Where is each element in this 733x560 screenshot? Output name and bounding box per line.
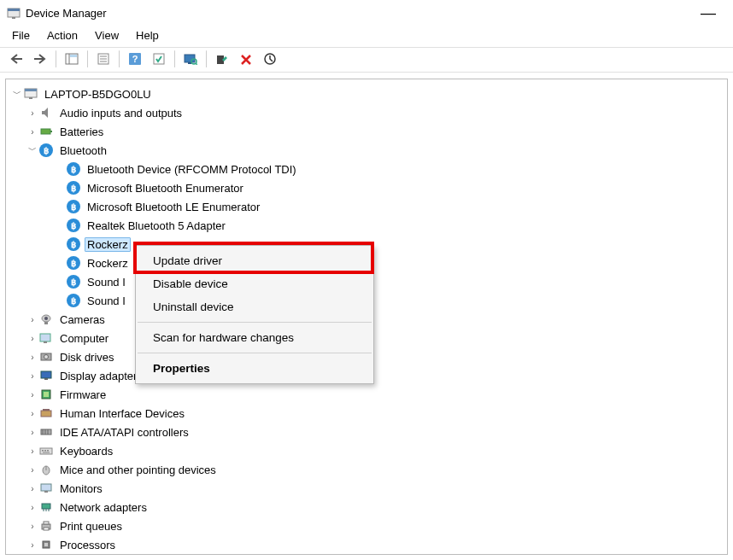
tree-category[interactable]: ›Batteries bbox=[9, 122, 724, 141]
tree-category-label: Computer bbox=[57, 331, 111, 346]
caret-right-icon[interactable]: › bbox=[26, 503, 38, 512]
bluetooth-icon: ฿ bbox=[66, 274, 81, 289]
tree-category[interactable]: ›Audio inputs and outputs bbox=[9, 103, 724, 122]
tree-category[interactable]: ›Network adapters bbox=[9, 498, 724, 516]
disable-button[interactable] bbox=[259, 49, 281, 69]
svg-rect-48 bbox=[41, 484, 51, 491]
caret-right-icon[interactable]: › bbox=[26, 409, 38, 418]
tree-category-label: Bluetooth bbox=[57, 143, 109, 158]
minimize-button[interactable]: — bbox=[694, 3, 723, 22]
svg-rect-44 bbox=[47, 450, 49, 452]
caret-right-icon[interactable]: › bbox=[26, 465, 38, 475]
svg-rect-35 bbox=[41, 411, 51, 417]
context-menu-item[interactable]: Properties bbox=[136, 357, 373, 380]
forward-button[interactable] bbox=[29, 49, 51, 69]
svg-rect-43 bbox=[44, 450, 46, 452]
svg-rect-50 bbox=[42, 504, 50, 509]
tree-device[interactable]: ›฿Bluetooth Device (RFCOMM Protocol TDI) bbox=[9, 160, 724, 178]
context-menu-item[interactable]: Uninstall device bbox=[136, 295, 373, 318]
tree-device-label: Rockerz bbox=[85, 237, 131, 252]
caret-right-icon[interactable]: › bbox=[26, 108, 38, 118]
caret-right-icon[interactable]: › bbox=[26, 446, 38, 456]
context-menu-item[interactable]: Update driver bbox=[136, 249, 373, 272]
tree-category[interactable]: ›Print queues bbox=[9, 516, 724, 535]
caret-right-icon[interactable]: › bbox=[26, 390, 38, 400]
tree-category-label: Audio inputs and outputs bbox=[57, 106, 185, 120]
tree-category[interactable]: ›Firmware bbox=[9, 385, 724, 404]
category-icon bbox=[38, 443, 54, 458]
caret-right-icon[interactable]: › bbox=[26, 371, 38, 381]
bluetooth-icon: ฿ bbox=[66, 180, 81, 195]
tree-category[interactable]: ›IDE ATA/ATAPI controllers bbox=[9, 423, 724, 441]
computer-icon bbox=[23, 86, 38, 102]
svg-rect-1 bbox=[8, 9, 20, 11]
tree-category-label: Processors bbox=[57, 538, 118, 552]
tree-category-label: Batteries bbox=[57, 125, 106, 139]
tree-category[interactable]: ›Monitors bbox=[9, 479, 724, 498]
caret-down-icon[interactable]: ﹀ bbox=[26, 144, 38, 156]
tree-category-label: Monitors bbox=[57, 481, 105, 496]
caret-right-icon[interactable]: › bbox=[26, 522, 38, 531]
category-icon bbox=[38, 405, 54, 421]
svg-rect-34 bbox=[44, 392, 49, 397]
svg-rect-42 bbox=[42, 450, 44, 452]
tree-category-label: Mice and other pointing devices bbox=[57, 463, 219, 477]
tree-category[interactable]: ﹀฿Bluetooth bbox=[9, 141, 724, 160]
tree-category-label: Print queues bbox=[57, 519, 125, 534]
context-menu: Update driverDisable deviceUninstall dev… bbox=[135, 245, 374, 384]
svg-rect-56 bbox=[44, 528, 49, 530]
back-button[interactable] bbox=[5, 49, 27, 69]
category-icon bbox=[38, 349, 54, 365]
uninstall-button[interactable] bbox=[235, 49, 257, 69]
tree-category-label: Network adapters bbox=[57, 500, 150, 515]
tree-device[interactable]: ›฿Realtek Bluetooth 5 Adapter bbox=[9, 216, 724, 235]
caret-right-icon[interactable]: › bbox=[26, 484, 38, 493]
show-hide-console-button[interactable] bbox=[61, 49, 83, 69]
caret-right-icon[interactable]: › bbox=[26, 353, 38, 362]
caret-right-icon[interactable]: › bbox=[26, 428, 38, 437]
svg-rect-23 bbox=[50, 131, 52, 132]
update-driver-button[interactable] bbox=[211, 49, 233, 69]
caret-right-icon[interactable]: › bbox=[26, 540, 38, 550]
tree-category-label: IDE ATA/ATAPI controllers bbox=[57, 425, 191, 440]
svg-rect-21 bbox=[29, 97, 32, 99]
caret-right-icon[interactable]: › bbox=[26, 315, 38, 324]
action-button[interactable] bbox=[148, 49, 170, 69]
toolbar-separator bbox=[174, 50, 175, 67]
tree-device[interactable]: ›฿Microsoft Bluetooth Enumerator bbox=[9, 178, 724, 197]
bluetooth-icon: ฿ bbox=[66, 218, 81, 233]
tree-category[interactable]: ›Human Interface Devices bbox=[9, 404, 724, 423]
context-menu-item[interactable]: Scan for hardware changes bbox=[136, 326, 373, 349]
caret-down-icon[interactable]: ﹀ bbox=[11, 88, 23, 100]
tree-category[interactable]: ›Keyboards bbox=[9, 441, 724, 460]
tree-category[interactable]: ›Mice and other pointing devices bbox=[9, 460, 724, 479]
tree-category[interactable]: ›Processors bbox=[9, 535, 724, 554]
properties-button[interactable] bbox=[92, 49, 114, 69]
tree-device[interactable]: ›฿Microsoft Bluetooth LE Enumerator bbox=[9, 197, 724, 216]
tree-device-label: Microsoft Bluetooth LE Enumerator bbox=[85, 200, 262, 214]
menu-help[interactable]: Help bbox=[129, 27, 166, 44]
menu-action[interactable]: Action bbox=[40, 27, 85, 44]
context-menu-item[interactable]: Disable device bbox=[136, 272, 373, 295]
title-bar: Device Manager — bbox=[0, 0, 733, 26]
category-icon bbox=[38, 330, 54, 346]
help-button[interactable]: ? bbox=[124, 49, 146, 69]
svg-rect-55 bbox=[44, 522, 49, 524]
menu-view[interactable]: View bbox=[88, 27, 126, 44]
tree-device-label: Sound I bbox=[85, 275, 128, 289]
svg-point-30 bbox=[44, 355, 49, 359]
svg-rect-2 bbox=[12, 17, 15, 19]
scan-hardware-button[interactable] bbox=[179, 49, 202, 69]
category-icon bbox=[38, 499, 54, 515]
tree-root[interactable]: ﹀ LAPTOP-B5DGO0LU bbox=[9, 85, 724, 103]
toolbar-separator bbox=[56, 50, 56, 67]
menu-file[interactable]: File bbox=[5, 27, 37, 44]
category-icon bbox=[38, 387, 54, 402]
caret-right-icon[interactable]: › bbox=[26, 127, 38, 137]
svg-rect-20 bbox=[25, 89, 37, 91]
svg-rect-49 bbox=[44, 491, 48, 493]
svg-rect-5 bbox=[70, 55, 77, 57]
svg-rect-58 bbox=[44, 543, 48, 546]
caret-right-icon[interactable]: › bbox=[26, 334, 38, 343]
window-title: Device Manager bbox=[26, 7, 107, 20]
